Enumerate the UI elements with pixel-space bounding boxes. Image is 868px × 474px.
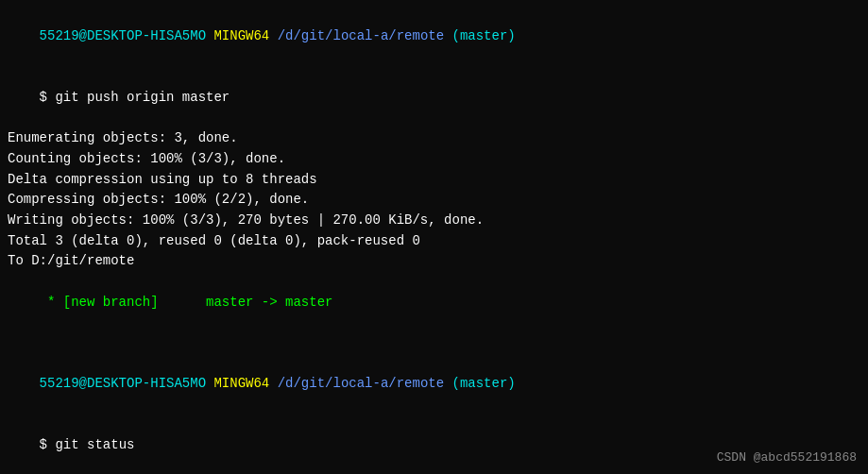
output-writing: Writing objects: 100% (3/3), 270 bytes |… [8, 211, 860, 231]
cmd-status: $ git status [8, 415, 860, 474]
prompt-branch: (master) [444, 28, 516, 43]
output-new-branch: * [new branch] master -> master [8, 272, 860, 333]
output-enum: Enumerating objects: 3, done. [8, 128, 860, 149]
prompt-2: 55219@DESKTOP-HISA5MO MINGW64 /d/git/loc… [8, 354, 860, 415]
line-prev-prompt: 55219@DESKTOP-HISA5MO MINGW64 /d/git/loc… [8, 6, 860, 67]
cmd-text: git push origin master [55, 90, 230, 105]
output-total: Total 3 (delta 0), reused 0 (delta 0), p… [8, 231, 860, 252]
cmd-push: $ git push origin master [8, 67, 860, 128]
output-compress: Compressing objects: 100% (2/2), done. [8, 190, 860, 211]
watermark: CSDN @abcd552191868 [717, 450, 857, 465]
blank-1 [8, 333, 860, 354]
prompt-user: 55219@DESKTOP-HISA5MO [40, 28, 206, 43]
output-delta: Delta compression using up to 8 threads [8, 170, 860, 191]
output-count: Counting objects: 100% (3/3), done. [8, 149, 860, 170]
prompt-path: /d/git/local-a/remote [269, 28, 444, 43]
cmd-prefix: $ [40, 90, 56, 105]
terminal: 55219@DESKTOP-HISA5MO MINGW64 /d/git/loc… [0, 0, 868, 474]
prompt-mingw: MINGW64 [206, 28, 269, 43]
output-to: To D:/git/remote [8, 251, 860, 272]
